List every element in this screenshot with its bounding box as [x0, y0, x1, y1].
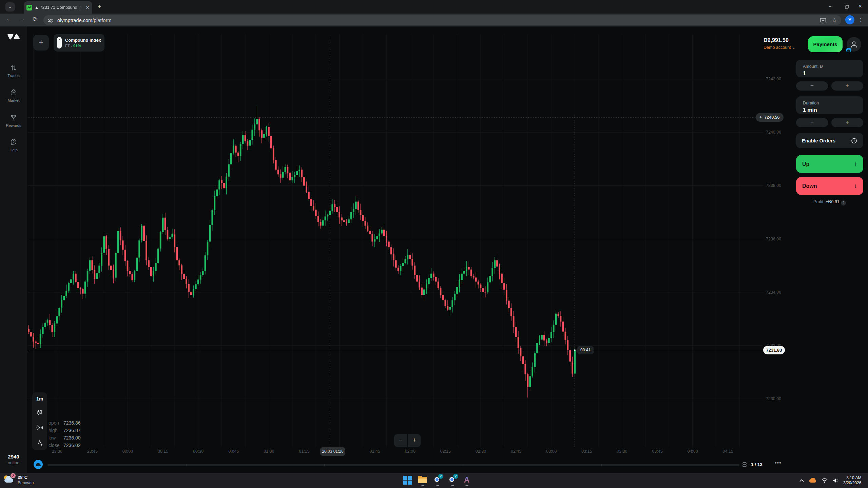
- candle: [58, 308, 60, 316]
- sidebar-item-trades[interactable]: Trades: [0, 64, 27, 78]
- candle: [442, 295, 444, 300]
- candle: [313, 206, 314, 210]
- candle: [524, 364, 526, 374]
- candle: [527, 374, 528, 387]
- candle: [506, 290, 507, 301]
- volume-icon[interactable]: [832, 478, 839, 483]
- taskbar-clock[interactable]: 3:10 AM 3/20/2026: [843, 475, 861, 486]
- candle: [138, 240, 140, 258]
- chart-type-icon[interactable]: [36, 409, 43, 417]
- chat-arc-icon: [36, 463, 41, 466]
- start-button[interactable]: [402, 475, 413, 486]
- file-explorer-button[interactable]: [417, 475, 428, 486]
- chart-page-indicator[interactable]: 1 / 12: [751, 462, 763, 467]
- arrows-up-down-icon: [10, 64, 17, 71]
- candle: [56, 316, 58, 324]
- more-options-button[interactable]: •••: [775, 460, 782, 466]
- candle: [96, 273, 98, 279]
- tray-chevron-icon[interactable]: [799, 479, 804, 483]
- candle: [558, 314, 559, 316]
- candle: [430, 274, 432, 278]
- amount-decrease-button[interactable]: −: [796, 81, 828, 91]
- candle: [202, 271, 204, 275]
- candle: [365, 221, 366, 226]
- ohlc-row: close7236.02: [49, 442, 81, 449]
- add-asset-button[interactable]: +: [33, 35, 49, 51]
- candle: [143, 226, 145, 241]
- candle: [115, 253, 117, 278]
- drawing-tools-icon[interactable]: [36, 439, 43, 446]
- layouts-icon[interactable]: [742, 462, 747, 469]
- profit-help-icon[interactable]: ?: [841, 200, 846, 206]
- candle: [510, 308, 512, 316]
- live-signal-icon[interactable]: [36, 424, 43, 431]
- olymptrade-logo-icon[interactable]: [0, 32, 27, 42]
- down-arrow-icon: ↓: [854, 182, 857, 190]
- candle: [233, 146, 234, 153]
- amount-increase-button[interactable]: +: [831, 81, 863, 91]
- asset-selector[interactable]: Compound Index FT - 91%: [54, 34, 104, 52]
- trophy-icon: [10, 114, 17, 121]
- candle: [120, 231, 121, 240]
- cloudflare-warp-icon[interactable]: [809, 478, 817, 483]
- trade-down-button[interactable]: Down ↓: [796, 177, 863, 195]
- wifi-icon[interactable]: [821, 478, 828, 483]
- marker-plus-icon[interactable]: +: [759, 115, 762, 120]
- chart-horizontal-scrollbar[interactable]: [47, 464, 739, 466]
- payments-button[interactable]: Payments: [808, 36, 843, 52]
- candle: [543, 335, 545, 340]
- candle: [37, 343, 39, 344]
- candle: [551, 332, 552, 338]
- candle: [40, 334, 41, 344]
- sidebar-item-help[interactable]: ? Help: [0, 138, 27, 152]
- candle: [226, 177, 227, 188]
- duration-field[interactable]: Duration 1 min: [796, 96, 863, 114]
- candle: [421, 288, 423, 295]
- candle: [470, 270, 472, 276]
- support-chat-button[interactable]: [34, 460, 43, 469]
- account-switcher[interactable]: Demo account ⌄: [764, 45, 796, 50]
- candle: [480, 285, 482, 288]
- candle: [346, 222, 347, 223]
- candle: [414, 266, 416, 275]
- candle: [487, 282, 488, 292]
- candle: [454, 294, 456, 300]
- candle: [451, 300, 453, 307]
- candle: [291, 177, 293, 180]
- price-marker-label[interactable]: +7240.56: [756, 113, 784, 122]
- chrome-button-1[interactable]: Y: [432, 475, 443, 486]
- candle: [411, 259, 413, 266]
- chrome-button-2[interactable]: Y: [447, 475, 458, 486]
- candle: [211, 210, 213, 225]
- amount-field[interactable]: Amount, Đ 1: [796, 60, 863, 77]
- duration-decrease-button[interactable]: −: [796, 118, 828, 127]
- candle: [362, 215, 364, 221]
- candle: [266, 127, 267, 134]
- chart-zoom-out-button[interactable]: −: [394, 434, 407, 447]
- trade-up-button[interactable]: Up ↑: [796, 155, 863, 173]
- candle: [353, 209, 354, 212]
- duration-increase-button[interactable]: +: [831, 118, 863, 127]
- candle: [273, 148, 274, 160]
- candle: [496, 260, 498, 266]
- sidebar-item-market[interactable]: Market: [0, 89, 27, 102]
- pinned-app-button[interactable]: A: [461, 475, 472, 486]
- candle: [80, 288, 81, 289]
- candle: [419, 281, 420, 287]
- enable-orders-button[interactable]: Enable Orders: [796, 133, 863, 148]
- candle: [91, 260, 93, 270]
- candle: [146, 241, 147, 260]
- candle: [562, 321, 564, 331]
- duration-value: 1 min: [796, 105, 863, 113]
- account-balance[interactable]: Đ9,991.50 Demo account ⌄: [764, 37, 796, 50]
- candle: [518, 337, 519, 348]
- candle: [136, 258, 138, 271]
- timeframe-button[interactable]: 1m: [36, 396, 43, 402]
- sidebar-item-rewards[interactable]: Rewards: [0, 114, 27, 128]
- candle: [564, 332, 566, 340]
- chart-zoom-in-button[interactable]: +: [408, 434, 421, 447]
- candle: [77, 282, 79, 288]
- candle: [216, 190, 218, 196]
- candlestick-chart[interactable]: [0, 0, 868, 488]
- taskbar-weather-widget[interactable]: 2 28°C Berawan: [3, 474, 34, 486]
